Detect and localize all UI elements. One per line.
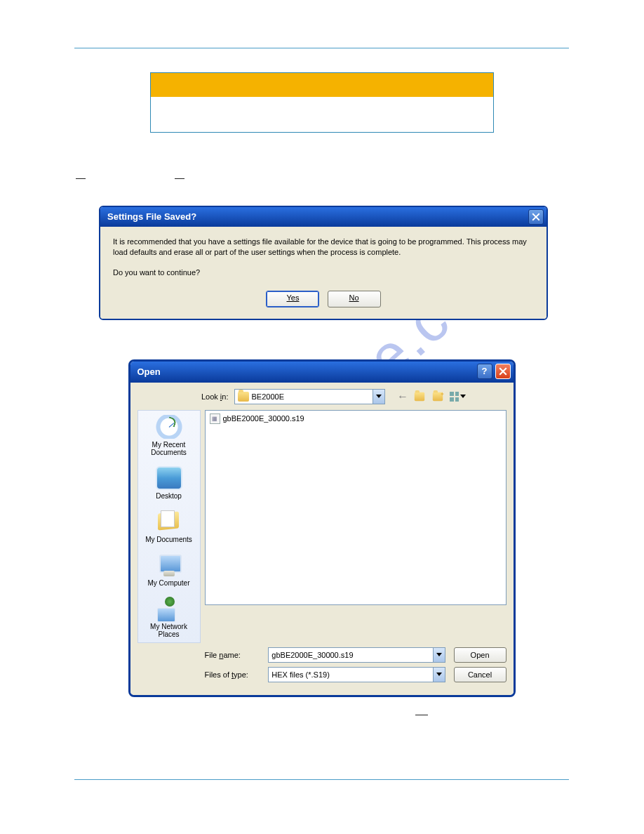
no-button[interactable]: No <box>328 291 381 307</box>
filename-label: File name: <box>205 651 260 659</box>
view-menu-button[interactable] <box>450 389 466 404</box>
places-my-computer[interactable]: My Computer <box>140 553 199 587</box>
body-dash <box>415 715 428 715</box>
file-list[interactable]: ▦ gbBE2000E_30000.s19 <box>205 410 507 605</box>
places-desktop[interactable]: Desktop <box>140 466 199 500</box>
filetype-combo[interactable]: HEX files (*.S19) <box>268 667 445 682</box>
settings-saved-dialog: Settings File Saved? It is recommended t… <box>99 206 548 320</box>
chevron-down-icon[interactable] <box>433 648 445 662</box>
caution-table <box>150 72 494 133</box>
dialog1-titlebar[interactable]: Settings File Saved? <box>100 207 546 227</box>
look-in-label: Look in: <box>194 392 229 401</box>
filename-combo[interactable]: gbBE2000E_30000.s19 <box>268 647 445 663</box>
look-in-combo[interactable]: BE2000E <box>234 389 385 404</box>
places-my-network[interactable]: My Network Places <box>140 597 199 638</box>
cancel-button[interactable]: Cancel <box>454 667 507 682</box>
help-icon[interactable]: ? <box>477 364 492 379</box>
my-network-icon <box>156 597 182 621</box>
places-bar: My Recent Documents Desktop My Documents… <box>137 410 201 643</box>
dialog1-message-2: Do you want to continue? <box>113 267 534 278</box>
close-icon[interactable] <box>528 209 544 225</box>
look-in-value: BE2000E <box>252 392 284 401</box>
new-folder-button[interactable] <box>431 389 448 404</box>
list-item[interactable]: ▦ gbBE2000E_30000.s19 <box>210 413 502 424</box>
body-paragraph <box>74 172 569 185</box>
my-documents-icon <box>156 510 182 534</box>
recent-documents-icon <box>156 415 182 439</box>
bottom-divider <box>74 779 569 780</box>
file-icon: ▦ <box>210 413 220 424</box>
dialog2-titlebar[interactable]: Open ? <box>130 362 514 383</box>
top-divider <box>74 48 569 48</box>
places-recent[interactable]: My Recent Documents <box>140 415 199 456</box>
dialog1-message-1: It is recommended that you have a settin… <box>113 237 534 258</box>
folder-icon <box>238 392 249 402</box>
up-folder-button[interactable] <box>413 389 429 404</box>
desktop-icon <box>156 466 182 490</box>
filename-value: gbBE2000E_30000.s19 <box>271 651 353 659</box>
chevron-down-icon[interactable] <box>433 668 445 682</box>
filetype-value: HEX files (*.S19) <box>271 670 330 679</box>
close-icon[interactable] <box>495 364 511 379</box>
dialog2-title: Open <box>137 366 161 377</box>
filetype-label: Files of type: <box>205 670 260 679</box>
open-file-dialog: Open ? Look in: document.currentScript.p… <box>128 359 516 697</box>
dialog1-body: It is recommended that you have a settin… <box>100 227 546 319</box>
my-computer-icon <box>156 553 182 577</box>
places-my-documents[interactable]: My Documents <box>140 510 199 543</box>
file-name: gbBE2000E_30000.s19 <box>223 414 304 423</box>
caution-body <box>151 97 493 132</box>
chevron-down-icon[interactable] <box>373 390 384 404</box>
open-button[interactable]: Open <box>454 647 507 663</box>
caution-header <box>151 73 493 97</box>
yes-button[interactable]: Yes <box>266 291 319 307</box>
dialog1-title: Settings File Saved? <box>107 211 196 222</box>
back-button[interactable]: ← <box>395 389 411 404</box>
